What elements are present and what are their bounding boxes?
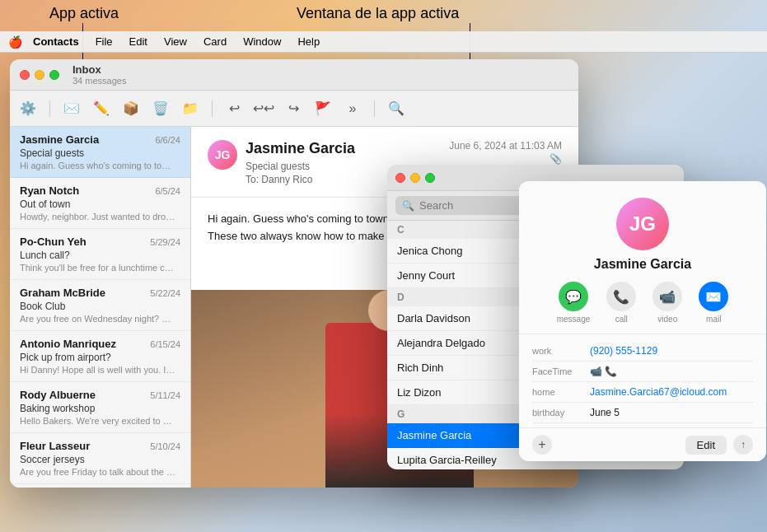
- facetime-audio-icon[interactable]: 📞: [605, 366, 617, 377]
- field-label-home-email: home: [532, 386, 590, 397]
- preview-2: Howdy, neighbor. Just wanted to drop a q…: [20, 212, 176, 222]
- preview-1: Hi again. Guess who's coming to town wit…: [20, 161, 176, 170]
- mail-item-1[interactable]: Jasmine Garcia 6/6/24 Special guests Hi …: [10, 127, 190, 178]
- date-1: 6/6/24: [155, 135, 180, 145]
- date-7: 5/10/24: [150, 441, 180, 451]
- reading-date: June 6, 2024 at 11:03 AM: [430, 140, 562, 152]
- menu-window[interactable]: Window: [236, 34, 288, 49]
- action-mail[interactable]: ✉️ mail: [699, 282, 728, 324]
- search-icon[interactable]: 🔍: [388, 100, 405, 117]
- contacts-traffic-lights: [395, 173, 435, 183]
- pencil-icon[interactable]: ✏️: [93, 100, 110, 117]
- contacts-close-button[interactable]: [395, 173, 405, 183]
- more-icon[interactable]: »: [344, 100, 361, 117]
- mail-titlebar: Inbox 34 messages: [10, 59, 578, 91]
- edit-contact-button[interactable]: Edit: [685, 436, 727, 455]
- mail-item-4[interactable]: Graham McBride 5/22/24 Book Club Are you…: [10, 280, 190, 331]
- trash-icon[interactable]: 🗑️: [152, 100, 169, 117]
- flag-icon[interactable]: 🚩: [315, 100, 331, 117]
- apple-menu[interactable]: 🍎: [7, 34, 23, 50]
- field-label-facetime: FaceTime: [532, 366, 590, 376]
- toolbar-sep-1: [49, 100, 50, 117]
- date-5: 6/15/24: [150, 339, 180, 349]
- forward-icon[interactable]: ↪: [285, 100, 302, 117]
- field-value-birthday: June 5: [590, 407, 753, 418]
- traffic-lights: [20, 70, 59, 80]
- field-value-work[interactable]: (920) 555-1129: [590, 345, 753, 357]
- field-birthday: birthday June 5: [532, 403, 753, 423]
- mail-sidebar: Jasmine Garcia 6/6/24 Special guests Hi …: [10, 127, 191, 488]
- mail-item-8[interactable]: Rigo Rangel 6/8/24 Fun memories: [10, 484, 190, 488]
- mail-icon: ✉️: [699, 282, 728, 311]
- mail-item-2[interactable]: Ryan Notch 6/5/24 Out of town Howdy, nei…: [10, 178, 190, 229]
- add-contact-button[interactable]: +: [532, 435, 552, 455]
- sender-1: Jasmine Garcia: [20, 133, 99, 146]
- sender-3: Po-Chun Yeh: [20, 236, 87, 248]
- subject-2: Out of town: [20, 198, 180, 210]
- share-contact-button[interactable]: ↑: [733, 435, 753, 455]
- mail-item-7[interactable]: Fleur Lasseur 5/10/24 Soccer jerseys Are…: [10, 433, 190, 484]
- preview-4: Are you free on Wednesday night? Can't w…: [20, 314, 176, 324]
- date-4: 5/22/24: [150, 288, 180, 298]
- contact-name-large: Jasmine Garcia: [594, 257, 691, 272]
- mail-item-6[interactable]: Rody Albuerne 5/11/24 Baking workshop He…: [10, 382, 190, 433]
- subject-5: Pick up from airport?: [20, 352, 180, 363]
- close-button[interactable]: [20, 70, 30, 80]
- menu-view[interactable]: View: [157, 34, 194, 49]
- subject-3: Lunch call?: [20, 250, 180, 261]
- date-2: 6/5/24: [155, 186, 180, 196]
- subject-6: Baking workshop: [20, 403, 180, 414]
- menu-help[interactable]: Help: [291, 34, 326, 49]
- call-label: call: [615, 315, 628, 324]
- mail-toolbar: ⚙️ ✉️ ✏️ 📦 🗑️ 📁 ↩ ↩↩ ↪ 🚩 » 🔍: [10, 91, 578, 127]
- subject-4: Book Club: [20, 301, 180, 312]
- call-icon: 📞: [606, 282, 636, 311]
- preview-3: Think you'll be free for a lunchtime cha…: [20, 263, 176, 273]
- date-3: 5/29/24: [150, 237, 180, 247]
- field-label-work: work: [532, 345, 590, 356]
- reply-all-icon[interactable]: ↩↩: [255, 100, 272, 117]
- toolbar-sep-2: [212, 100, 213, 117]
- window-title-info: Inbox 34 messages: [72, 63, 126, 86]
- action-message[interactable]: 💬 message: [557, 282, 591, 324]
- reply-icon[interactable]: ↩: [226, 100, 242, 117]
- contact-detail-header: JG Jasmine Garcia 💬 message 📞 call 📹 vid…: [519, 181, 766, 334]
- sender-4: Graham McBride: [20, 287, 105, 299]
- toolbar-sep-3: [374, 100, 375, 117]
- field-label-birthday: birthday: [532, 407, 590, 418]
- contacts-minimize-button[interactable]: [410, 173, 420, 183]
- move-icon[interactable]: 📁: [182, 100, 199, 117]
- app-activa-label: App activa: [49, 5, 119, 22]
- message-icon: 💬: [559, 282, 588, 311]
- field-value-home-email[interactable]: Jasmine.Garcia67@icloud.com: [590, 386, 753, 398]
- video-label: video: [657, 315, 677, 324]
- filter-icon[interactable]: ⚙️: [20, 100, 36, 117]
- sender-7: Fleur Lasseur: [20, 440, 90, 452]
- field-work: work (920) 555-1129: [532, 341, 753, 362]
- sender-2: Ryan Notch: [20, 184, 79, 197]
- contact-actions: 💬 message 📞 call 📹 video ✉️ mail: [557, 282, 729, 324]
- sender-6: Rody Albuerne: [20, 389, 96, 401]
- menu-edit[interactable]: Edit: [123, 34, 154, 49]
- preview-7: Are you free Friday to talk about the ne…: [20, 467, 176, 477]
- mail-item-5[interactable]: Antonio Manriquez 6/15/24 Pick up from a…: [10, 331, 190, 382]
- mail-item-3[interactable]: Po-Chun Yeh 5/29/24 Lunch call? Think yo…: [10, 229, 190, 280]
- facetime-video-icon[interactable]: 📹: [590, 366, 602, 377]
- mail-label: mail: [706, 315, 721, 324]
- window-title: Inbox: [72, 63, 126, 76]
- contact-avatar-large: JG: [616, 198, 669, 250]
- menubar: 🍎 Contacts File Edit View Card Window He…: [0, 31, 767, 53]
- contacts-fullscreen-button[interactable]: [425, 173, 435, 183]
- sender-5: Antonio Manriquez: [20, 338, 116, 350]
- field-value-facetime: 📹 📞: [590, 366, 753, 377]
- fullscreen-button[interactable]: [49, 70, 59, 80]
- menu-card[interactable]: Card: [197, 34, 233, 49]
- field-facetime: FaceTime 📹 📞: [532, 362, 753, 382]
- compose-icon[interactable]: ✉️: [63, 100, 80, 117]
- minimize-button[interactable]: [35, 70, 44, 80]
- archive-icon[interactable]: 📦: [123, 100, 139, 117]
- menu-file[interactable]: File: [89, 34, 119, 49]
- menu-contacts[interactable]: Contacts: [26, 34, 86, 49]
- action-call[interactable]: 📞 call: [606, 282, 636, 324]
- action-video[interactable]: 📹 video: [652, 282, 682, 324]
